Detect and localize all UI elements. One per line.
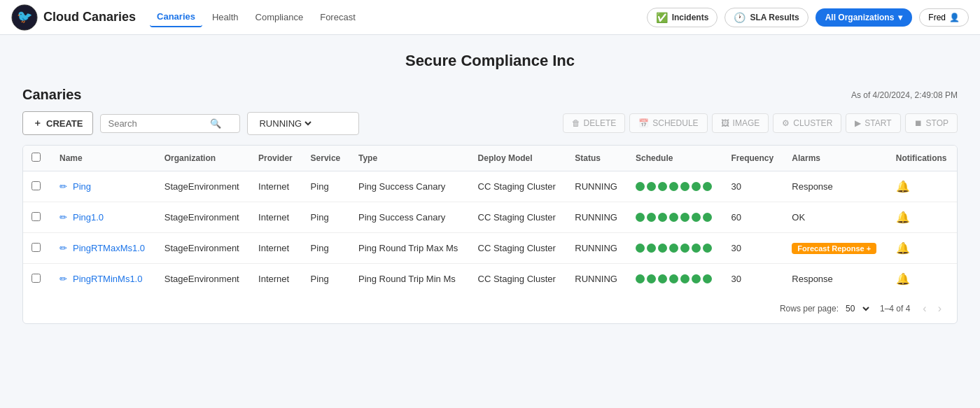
- col-deploy-model: Deploy Model: [470, 146, 567, 171]
- row-checkbox-cell: [23, 264, 51, 295]
- status-select[interactable]: RUNNING STOPPED ALL: [256, 118, 314, 129]
- stop-label: STOP: [926, 118, 948, 128]
- table-row: ✏Ping1.0StageEnvironmentInternetPingPing…: [23, 202, 957, 233]
- svg-text:🐦: 🐦: [17, 9, 33, 24]
- row-checkbox[interactable]: [31, 243, 41, 252]
- nav-compliance[interactable]: Compliance: [248, 8, 311, 27]
- row-checkbox[interactable]: [31, 274, 41, 283]
- user-button[interactable]: Fred 👤: [919, 8, 969, 27]
- col-type: Type: [350, 146, 470, 171]
- row-name-cell: ✏PingRTMinMs1.0: [51, 264, 156, 295]
- table-row: ✏PingRTMinMs1.0StageEnvironmentInternetP…: [23, 264, 957, 295]
- next-page-button[interactable]: ›: [934, 301, 946, 316]
- nav-forecast[interactable]: Forecast: [313, 8, 363, 27]
- row-schedule-value: 30: [722, 264, 783, 295]
- prev-page-button[interactable]: ‹: [918, 301, 930, 316]
- user-label: Fred: [928, 13, 946, 22]
- check-circle-icon: ✅: [656, 12, 668, 23]
- delete-button[interactable]: 🗑 DELETE: [563, 113, 626, 133]
- row-checkbox[interactable]: [31, 181, 41, 190]
- health-dot: [636, 244, 645, 253]
- health-dot: [680, 213, 690, 222]
- table-row: ✏PingStageEnvironmentInternetPingPing Su…: [23, 171, 957, 202]
- health-dot: [658, 182, 667, 191]
- canaries-toolbar: ＋ CREATE 🔍 RUNNING STOPPED ALL 🗑 DELETE …: [22, 111, 958, 135]
- rows-per-page-select[interactable]: 50 25 100: [843, 303, 872, 314]
- alarm-badge: Forecast Reponse +: [792, 243, 876, 254]
- row-provider: Internet: [250, 202, 302, 233]
- main-nav: Canaries Health Compliance Forecast: [150, 7, 363, 27]
- org-button[interactable]: All Organizations ▾: [816, 8, 913, 27]
- row-service: Ping: [302, 264, 350, 295]
- health-dot: [669, 182, 678, 191]
- row-alarms: OK: [783, 202, 888, 233]
- cluster-button[interactable]: ⚙ CLUSTER: [773, 113, 841, 133]
- sla-button[interactable]: 🕐 SLA Results: [724, 8, 808, 27]
- incidents-button[interactable]: ✅ Incidents: [647, 8, 718, 27]
- health-dot: [647, 182, 656, 191]
- row-schedule-value: 30: [722, 171, 783, 202]
- canary-name-link[interactable]: PingRTMaxMs1.0: [73, 243, 145, 253]
- row-deploy-model: CC Staging Cluster: [470, 202, 567, 233]
- select-all-header[interactable]: [23, 146, 51, 171]
- row-provider: Internet: [250, 233, 302, 264]
- header-right: ✅ Incidents 🕐 SLA Results All Organizati…: [647, 8, 969, 27]
- row-notifications: 🔔: [888, 233, 957, 264]
- schedule-label: SCHEDULE: [652, 118, 698, 128]
- nav-health[interactable]: Health: [205, 8, 246, 27]
- row-provider: Internet: [250, 171, 302, 202]
- edit-icon[interactable]: ✏: [59, 181, 67, 192]
- edit-icon[interactable]: ✏: [59, 274, 67, 284]
- row-status: RUNNING: [566, 202, 627, 233]
- stop-button[interactable]: ⏹ STOP: [905, 113, 958, 133]
- sla-label: SLA Results: [750, 13, 799, 22]
- app-logo: 🐦: [11, 4, 38, 31]
- health-dot: [680, 182, 690, 191]
- canary-name-link[interactable]: PingRTMinMs1.0: [73, 274, 142, 284]
- row-type: Ping Round Trip Max Ms: [350, 233, 470, 264]
- cluster-label: CLUSTER: [793, 118, 832, 128]
- app-header: 🐦 Cloud Canaries Canaries Health Complia…: [0, 0, 980, 35]
- schedule-icon: 📅: [638, 118, 649, 128]
- row-status: RUNNING: [566, 233, 627, 264]
- row-organization: StageEnvironment: [156, 264, 250, 295]
- page-range: 1–4 of 4: [880, 304, 910, 314]
- pagination: Rows per page: 50 25 100 1–4 of 4 ‹ ›: [23, 294, 957, 323]
- row-checkbox[interactable]: [31, 212, 41, 221]
- row-service: Ping: [302, 171, 350, 202]
- row-name-cell: ✏Ping1.0: [51, 202, 156, 233]
- edit-icon[interactable]: ✏: [59, 243, 67, 253]
- bell-icon[interactable]: 🔔: [896, 181, 910, 192]
- row-schedule-dots: [627, 264, 722, 295]
- select-all-checkbox[interactable]: [31, 153, 41, 162]
- canary-name-link[interactable]: Ping1.0: [73, 212, 104, 223]
- row-name-cell: ✏Ping: [51, 171, 156, 202]
- rows-per-page-label: Rows per page:: [780, 304, 839, 314]
- row-notifications: 🔔: [888, 264, 957, 295]
- bell-icon[interactable]: 🔔: [896, 211, 910, 223]
- col-name: Name: [51, 146, 156, 171]
- edit-icon[interactable]: ✏: [59, 212, 67, 223]
- start-button[interactable]: ▶ START: [846, 113, 900, 133]
- clock-icon: 🕐: [734, 12, 746, 23]
- schedule-button[interactable]: 📅 SCHEDULE: [629, 113, 707, 133]
- row-provider: Internet: [250, 264, 302, 295]
- page-title: Secure Compliance Inc: [22, 52, 958, 70]
- search-box[interactable]: 🔍: [100, 114, 240, 133]
- nav-canaries[interactable]: Canaries: [150, 7, 202, 27]
- row-service: Ping: [302, 202, 350, 233]
- image-button[interactable]: 🖼 IMAGE: [712, 113, 769, 133]
- row-service: Ping: [302, 233, 350, 264]
- bell-icon[interactable]: 🔔: [896, 242, 910, 254]
- create-button[interactable]: ＋ CREATE: [22, 111, 93, 135]
- row-name-cell: ✏PingRTMaxMs1.0: [51, 233, 156, 264]
- row-alarms: Response: [783, 171, 888, 202]
- status-filter[interactable]: RUNNING STOPPED ALL: [247, 112, 359, 135]
- bell-icon[interactable]: 🔔: [896, 273, 910, 285]
- search-input[interactable]: [108, 118, 206, 129]
- row-schedule-value: 30: [722, 233, 783, 264]
- health-dot: [680, 244, 690, 253]
- row-type: Ping Success Canary: [350, 202, 470, 233]
- canary-name-link[interactable]: Ping: [73, 181, 91, 192]
- health-dot: [658, 274, 667, 283]
